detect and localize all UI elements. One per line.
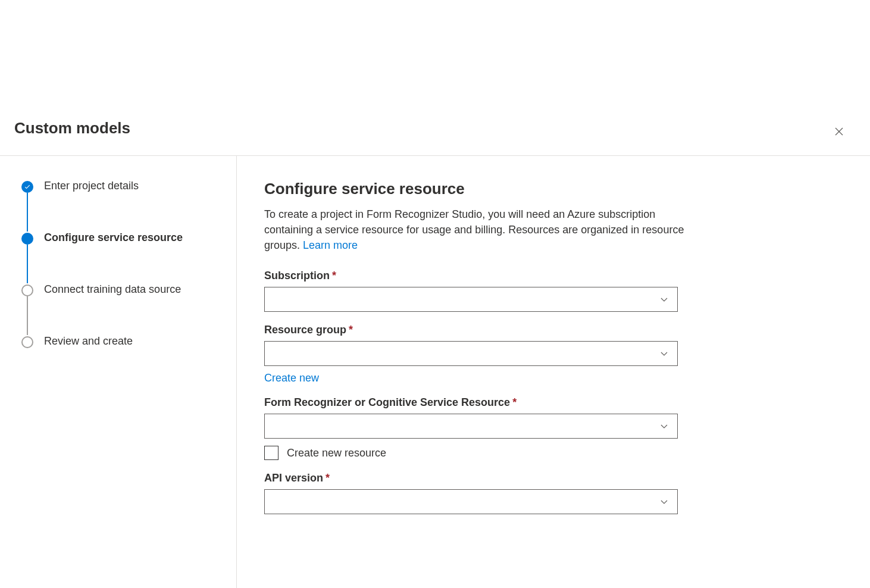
step-connector: [27, 245, 28, 283]
subscription-select[interactable]: [264, 287, 678, 312]
checkmark-icon: [24, 183, 31, 190]
required-indicator: *: [512, 396, 517, 408]
field-label: API version*: [264, 472, 843, 484]
create-new-resource-row: Create new resource: [264, 446, 843, 460]
field-label: Resource group*: [264, 324, 843, 336]
step-label: Configure service resource: [44, 232, 183, 244]
wizard-steps-sidebar: Enter project details Configure service …: [0, 156, 237, 588]
step-indicator-inactive: [21, 336, 33, 348]
close-icon: [834, 127, 844, 136]
step-indicator-active: [21, 233, 33, 245]
resource-group-select[interactable]: [264, 341, 678, 366]
required-indicator: *: [332, 270, 336, 282]
step-enter-project-details[interactable]: Enter project details: [21, 180, 215, 193]
create-new-resource-group-link[interactable]: Create new: [264, 372, 319, 384]
field-service-resource: Form Recognizer or Cognitive Service Res…: [264, 396, 843, 460]
page-title: Configure service resource: [264, 180, 843, 198]
service-resource-select[interactable]: [264, 414, 678, 439]
dialog-title: Custom models: [14, 119, 130, 137]
api-version-select[interactable]: [264, 489, 678, 514]
page-description: To create a project in Form Recognizer S…: [264, 207, 693, 253]
step-connect-training-data-source[interactable]: Connect training data source: [21, 283, 215, 296]
field-label: Form Recognizer or Cognitive Service Res…: [264, 396, 843, 409]
checkbox-label: Create new resource: [287, 447, 386, 459]
field-label: Subscription*: [264, 270, 843, 282]
service-resource-select-wrapper: [264, 414, 678, 439]
field-subscription: Subscription*: [264, 270, 843, 312]
dialog-content: Enter project details Configure service …: [0, 156, 870, 588]
field-resource-group: Resource group* Create new: [264, 324, 843, 384]
field-api-version: API version*: [264, 472, 843, 514]
step-connector: [27, 296, 28, 335]
required-indicator: *: [349, 324, 353, 336]
create-new-resource-checkbox[interactable]: [264, 446, 278, 460]
required-indicator: *: [326, 472, 330, 484]
resource-group-select-wrapper: [264, 341, 678, 366]
step-configure-service-resource[interactable]: Configure service resource: [21, 232, 215, 245]
api-version-select-wrapper: [264, 489, 678, 514]
step-label: Enter project details: [44, 180, 139, 192]
main-pane: Configure service resource To create a p…: [237, 156, 870, 588]
dialog-header: Custom models: [0, 0, 870, 156]
label-text: Subscription: [264, 270, 330, 282]
label-text: Resource group: [264, 324, 346, 336]
step-indicator-completed: [21, 181, 33, 193]
label-text: API version: [264, 472, 323, 484]
step-label: Connect training data source: [44, 283, 181, 296]
subscription-select-wrapper: [264, 287, 678, 312]
step-indicator-inactive: [21, 284, 33, 296]
label-text: Form Recognizer or Cognitive Service Res…: [264, 396, 510, 408]
step-connector: [27, 193, 28, 232]
step-label: Review and create: [44, 335, 133, 348]
close-button[interactable]: [833, 126, 845, 137]
step-review-and-create[interactable]: Review and create: [21, 335, 215, 348]
learn-more-link[interactable]: Learn more: [303, 239, 358, 251]
